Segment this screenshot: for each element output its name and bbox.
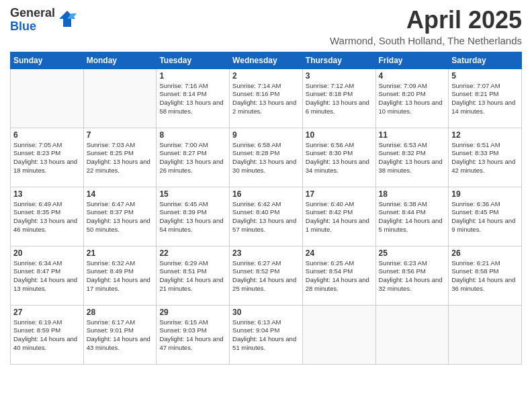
day-info: Sunrise: 7:14 AMSunset: 8:16 PMDaylight:…: [232, 82, 300, 116]
table-row: 23Sunrise: 6:27 AMSunset: 8:52 PMDayligh…: [230, 246, 303, 305]
calendar-week-row: 1Sunrise: 7:16 AMSunset: 8:14 PMDaylight…: [11, 68, 522, 128]
day-number: 20: [13, 248, 81, 258]
day-info: Sunrise: 6:34 AMSunset: 8:47 PMDaylight:…: [13, 259, 81, 293]
col-friday: Friday: [375, 52, 449, 68]
col-saturday: Saturday: [449, 52, 522, 68]
day-info: Sunrise: 6:27 AMSunset: 8:52 PMDaylight:…: [232, 259, 300, 293]
table-row: 18Sunrise: 6:38 AMSunset: 8:44 PMDayligh…: [375, 187, 449, 246]
day-number: 4: [379, 71, 446, 81]
day-info: Sunrise: 7:03 AMSunset: 8:25 PMDaylight:…: [87, 141, 154, 175]
day-info: Sunrise: 6:58 AMSunset: 8:28 PMDaylight:…: [232, 141, 300, 175]
day-info: Sunrise: 6:38 AMSunset: 8:44 PMDaylight:…: [379, 200, 446, 234]
table-row: 26Sunrise: 6:21 AMSunset: 8:58 PMDayligh…: [449, 246, 522, 305]
day-info: Sunrise: 6:53 AMSunset: 8:32 PMDaylight:…: [379, 141, 446, 175]
day-info: Sunrise: 6:47 AMSunset: 8:37 PMDaylight:…: [87, 200, 154, 234]
col-sunday: Sunday: [11, 52, 84, 68]
day-number: 1: [159, 71, 226, 81]
logo-general: General: [10, 7, 55, 20]
day-number: 9: [232, 130, 300, 140]
day-info: Sunrise: 7:07 AMSunset: 8:21 PMDaylight:…: [451, 82, 519, 116]
day-info: Sunrise: 6:40 AMSunset: 8:42 PMDaylight:…: [306, 200, 373, 234]
logo-icon: [58, 9, 77, 28]
table-row: 7Sunrise: 7:03 AMSunset: 8:25 PMDaylight…: [83, 128, 157, 187]
table-row: 16Sunrise: 6:42 AMSunset: 8:40 PMDayligh…: [230, 187, 303, 246]
day-info: Sunrise: 6:21 AMSunset: 8:58 PMDaylight:…: [451, 259, 519, 293]
day-info: Sunrise: 6:56 AMSunset: 8:30 PMDaylight:…: [306, 141, 373, 175]
day-number: 13: [13, 189, 81, 199]
table-row: [449, 305, 522, 364]
day-number: 28: [87, 308, 154, 317]
day-number: 17: [306, 189, 373, 199]
table-row: 17Sunrise: 6:40 AMSunset: 8:42 PMDayligh…: [302, 187, 375, 246]
day-number: 15: [159, 189, 226, 199]
day-info: Sunrise: 7:12 AMSunset: 8:18 PMDaylight:…: [306, 82, 373, 116]
day-info: Sunrise: 6:29 AMSunset: 8:51 PMDaylight:…: [159, 259, 226, 293]
table-row: 29Sunrise: 6:15 AMSunset: 9:03 PMDayligh…: [157, 305, 230, 364]
day-number: 25: [379, 248, 446, 258]
table-row: 22Sunrise: 6:29 AMSunset: 8:51 PMDayligh…: [157, 246, 230, 305]
day-number: 24: [306, 248, 373, 258]
table-row: 6Sunrise: 7:05 AMSunset: 8:23 PMDaylight…: [11, 128, 84, 187]
logo: General Blue: [10, 7, 77, 34]
table-row: [302, 305, 375, 364]
day-number: 26: [451, 248, 519, 258]
day-number: 5: [451, 71, 519, 81]
title-block: April 2025 Warmond, South Holland, The N…: [330, 7, 522, 46]
table-row: 24Sunrise: 6:25 AMSunset: 8:54 PMDayligh…: [302, 246, 375, 305]
day-info: Sunrise: 6:15 AMSunset: 9:03 PMDaylight:…: [159, 318, 226, 353]
table-row: 25Sunrise: 6:23 AMSunset: 8:56 PMDayligh…: [375, 246, 449, 305]
day-info: Sunrise: 6:45 AMSunset: 8:39 PMDaylight:…: [159, 200, 226, 234]
day-number: 3: [306, 71, 373, 81]
day-number: 30: [232, 308, 300, 317]
col-monday: Monday: [83, 52, 157, 68]
table-row: 11Sunrise: 6:53 AMSunset: 8:32 PMDayligh…: [375, 128, 449, 187]
day-number: 12: [451, 130, 519, 140]
table-row: 20Sunrise: 6:34 AMSunset: 8:47 PMDayligh…: [11, 246, 84, 305]
table-row: [11, 68, 84, 128]
day-number: 29: [159, 308, 226, 317]
table-row: 3Sunrise: 7:12 AMSunset: 8:18 PMDaylight…: [302, 68, 375, 128]
col-thursday: Thursday: [302, 52, 375, 68]
day-info: Sunrise: 7:00 AMSunset: 8:27 PMDaylight:…: [159, 141, 226, 175]
table-row: 10Sunrise: 6:56 AMSunset: 8:30 PMDayligh…: [302, 128, 375, 187]
day-info: Sunrise: 6:13 AMSunset: 9:04 PMDaylight:…: [232, 318, 300, 353]
day-info: Sunrise: 6:23 AMSunset: 8:56 PMDaylight:…: [379, 259, 446, 293]
day-info: Sunrise: 6:51 AMSunset: 8:33 PMDaylight:…: [451, 141, 519, 175]
table-row: 14Sunrise: 6:47 AMSunset: 8:37 PMDayligh…: [83, 187, 157, 246]
table-row: 12Sunrise: 6:51 AMSunset: 8:33 PMDayligh…: [449, 128, 522, 187]
calendar-week-row: 6Sunrise: 7:05 AMSunset: 8:23 PMDaylight…: [11, 128, 522, 187]
day-info: Sunrise: 6:25 AMSunset: 8:54 PMDaylight:…: [306, 259, 373, 293]
day-info: Sunrise: 6:17 AMSunset: 9:01 PMDaylight:…: [87, 318, 154, 353]
day-number: 22: [159, 248, 226, 258]
day-info: Sunrise: 6:36 AMSunset: 8:45 PMDaylight:…: [451, 200, 519, 234]
table-row: 2Sunrise: 7:14 AMSunset: 8:16 PMDaylight…: [230, 68, 303, 128]
month-title: April 2025: [330, 7, 522, 34]
table-row: 28Sunrise: 6:17 AMSunset: 9:01 PMDayligh…: [83, 305, 157, 364]
day-info: Sunrise: 6:42 AMSunset: 8:40 PMDaylight:…: [232, 200, 300, 234]
day-info: Sunrise: 7:05 AMSunset: 8:23 PMDaylight:…: [13, 141, 81, 175]
logo-text: General Blue: [10, 7, 55, 34]
day-number: 6: [13, 130, 81, 140]
header: General Blue April 2025 Warmond, South H…: [10, 7, 522, 46]
table-row: 9Sunrise: 6:58 AMSunset: 8:28 PMDaylight…: [230, 128, 303, 187]
logo-blue: Blue: [10, 20, 55, 34]
day-info: Sunrise: 7:16 AMSunset: 8:14 PMDaylight:…: [159, 82, 226, 116]
day-number: 7: [87, 130, 154, 140]
table-row: 21Sunrise: 6:32 AMSunset: 8:49 PMDayligh…: [83, 246, 157, 305]
day-number: 18: [379, 189, 446, 199]
day-number: 16: [232, 189, 300, 199]
table-row: [83, 68, 157, 128]
table-row: 27Sunrise: 6:19 AMSunset: 8:59 PMDayligh…: [11, 305, 84, 364]
calendar-week-row: 20Sunrise: 6:34 AMSunset: 8:47 PMDayligh…: [11, 246, 522, 305]
day-number: 23: [232, 248, 300, 258]
day-number: 11: [379, 130, 446, 140]
location-title: Warmond, South Holland, The Netherlands: [330, 35, 522, 46]
calendar-week-row: 27Sunrise: 6:19 AMSunset: 8:59 PMDayligh…: [11, 305, 522, 364]
day-number: 27: [13, 308, 81, 317]
day-number: 19: [451, 189, 519, 199]
table-row: 5Sunrise: 7:07 AMSunset: 8:21 PMDaylight…: [449, 68, 522, 128]
day-number: 8: [159, 130, 226, 140]
day-info: Sunrise: 6:19 AMSunset: 8:59 PMDaylight:…: [13, 318, 81, 353]
table-row: 30Sunrise: 6:13 AMSunset: 9:04 PMDayligh…: [230, 305, 303, 364]
page: General Blue April 2025 Warmond, South H…: [0, 0, 532, 411]
